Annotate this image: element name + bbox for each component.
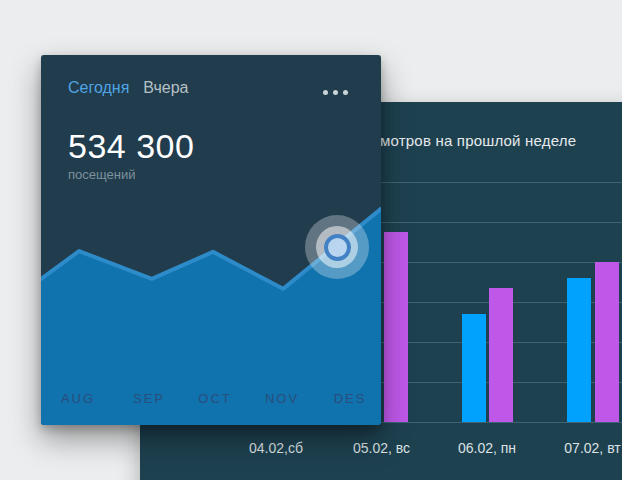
bar-purple <box>384 232 408 422</box>
more-menu-button[interactable] <box>319 86 352 99</box>
tab-yesterday[interactable]: Вчера <box>143 79 188 97</box>
tap-target-icon[interactable] <box>305 215 369 279</box>
bar-purple <box>489 288 513 422</box>
x-axis-label: 05.02, вс <box>353 440 410 456</box>
visits-count: 534 300 <box>68 127 194 166</box>
dashboard: мотров на прошлой неделе 04.02,сб05.02, … <box>0 0 622 480</box>
x-axis-label: 07.02, вт <box>564 440 620 456</box>
tap-target-ring <box>316 226 358 268</box>
tap-target-center <box>324 234 351 261</box>
bar-blue <box>462 314 486 422</box>
period-tabs: Сегодня Вчера <box>68 79 189 97</box>
visits-count-label: посещений <box>68 167 135 182</box>
x-axis-label: 04.02,сб <box>249 440 303 456</box>
ellipsis-icon <box>323 90 328 95</box>
month-label: AUG <box>61 391 95 406</box>
month-label: DES <box>334 391 367 406</box>
views-card-title: мотров на прошлой неделе <box>380 132 576 149</box>
month-label: SEP <box>133 391 165 406</box>
bar-purple <box>595 262 619 422</box>
month-label: NOV <box>265 391 299 406</box>
month-label: OCT <box>198 391 231 406</box>
bar-blue <box>567 278 591 422</box>
visits-card: AUGSEPOCTNOVDES Сегодня Вчера 534 300 по… <box>41 55 381 425</box>
tab-today[interactable]: Сегодня <box>68 79 129 97</box>
ellipsis-icon <box>333 90 338 95</box>
ellipsis-icon <box>343 90 348 95</box>
x-axis-label: 06.02, пн <box>458 440 516 456</box>
